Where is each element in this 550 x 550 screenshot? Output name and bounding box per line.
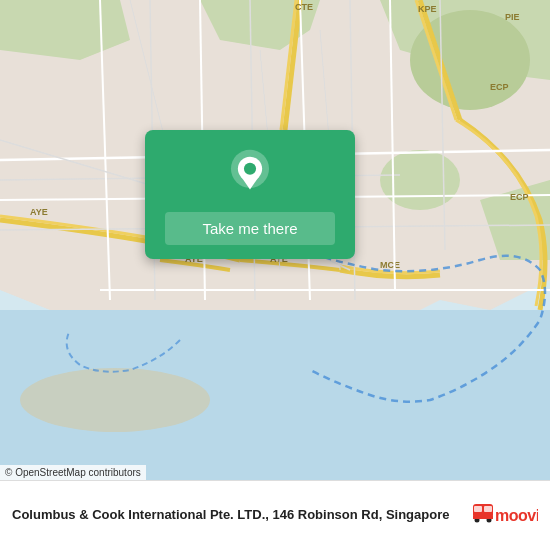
- moovit-logo: moovit: [468, 496, 538, 536]
- svg-text:AYE: AYE: [30, 207, 48, 217]
- svg-text:ECP: ECP: [510, 192, 529, 202]
- svg-rect-48: [484, 506, 492, 512]
- location-name: Columbus & Cook International Pte. LTD.,…: [12, 506, 468, 524]
- svg-text:MCE: MCE: [380, 260, 400, 270]
- svg-point-36: [20, 368, 210, 432]
- svg-point-44: [244, 163, 256, 175]
- svg-text:CTE: CTE: [295, 2, 313, 12]
- action-card: Take me there: [145, 130, 355, 259]
- svg-text:ECP: ECP: [490, 82, 509, 92]
- map-attribution: © OpenStreetMap contributors: [0, 465, 146, 480]
- moovit-logo-icon: moovit: [473, 496, 538, 536]
- take-me-there-button[interactable]: Take me there: [165, 212, 335, 245]
- svg-rect-47: [474, 506, 482, 512]
- location-info: Columbus & Cook International Pte. LTD.,…: [12, 506, 468, 524]
- svg-text:moovit: moovit: [495, 507, 538, 524]
- bottom-bar: Columbus & Cook International Pte. LTD.,…: [0, 480, 550, 550]
- map-container: AYE MCE AYE AYE: [0, 0, 550, 480]
- svg-text:KPE: KPE: [418, 4, 437, 14]
- svg-rect-51: [473, 516, 493, 519]
- location-pin-icon: [224, 148, 276, 200]
- svg-text:PIE: PIE: [505, 12, 520, 22]
